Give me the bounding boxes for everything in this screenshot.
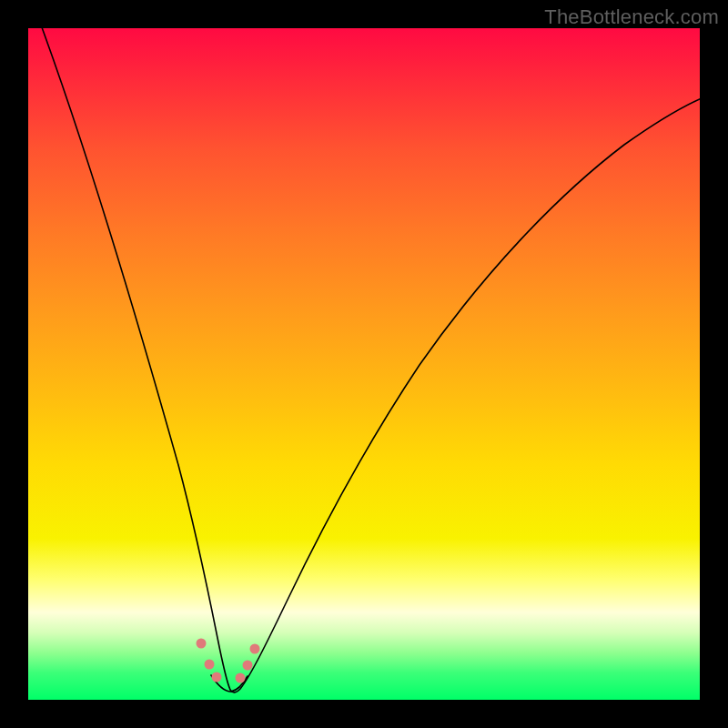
highlight-dot [212,672,222,682]
highlight-dot [250,644,260,654]
chart-svg [28,28,700,700]
bottleneck-curve [35,10,713,693]
highlight-dot [243,661,253,671]
highlight-dot [197,639,207,649]
highlight-dot [205,660,215,670]
highlight-dot [236,673,246,683]
chart-frame: TheBottleneck.com [0,0,728,728]
watermark-text: TheBottleneck.com [544,5,719,29]
plot-area [28,28,700,700]
